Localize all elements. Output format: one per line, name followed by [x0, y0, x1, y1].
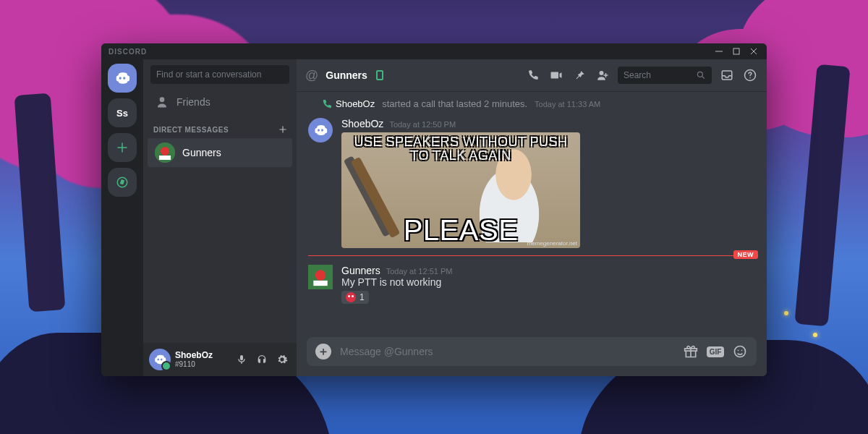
message-avatar[interactable]: [308, 265, 333, 289]
dm-item-label: Gunners: [182, 147, 221, 158]
message-text: My PTT is not working: [341, 276, 755, 288]
emoji-picker-button[interactable]: [732, 344, 748, 359]
message-avatar[interactable]: [308, 118, 333, 142]
dm-header-label: DIRECT MESSAGES: [153, 126, 229, 134]
start-voice-call-button[interactable]: [525, 67, 541, 83]
dm-item-gunners[interactable]: Gunners: [148, 138, 292, 167]
window-close-button[interactable]: [745, 45, 762, 58]
meme-bottom-text: PLEASE: [404, 215, 519, 245]
mute-mic-button[interactable]: [233, 351, 250, 368]
composer-placeholder: Message @Gunners: [340, 346, 433, 357]
message: ShoebOz Today at 12:50 PM USE SPEAKERS W…: [308, 115, 755, 252]
chat-area: @ Gunners Search ShoebOz: [297, 59, 767, 376]
gift-button[interactable]: [683, 344, 699, 359]
call-icon: [321, 98, 333, 110]
new-messages-divider: NEW: [308, 255, 755, 256]
add-friends-to-dm-button[interactable]: [595, 67, 610, 83]
svg-point-5: [697, 72, 702, 77]
server-ss-label: Ss: [116, 108, 128, 119]
search-input[interactable]: Search: [618, 67, 712, 84]
deafen-button[interactable]: [253, 351, 271, 368]
channel-name: Gunners: [326, 69, 367, 81]
dm-sidebar: Find or start a conversation Friends DIR…: [143, 59, 297, 376]
friends-label: Friends: [176, 96, 210, 108]
message-timestamp: Today at 12:50 PM: [389, 120, 456, 129]
add-server-button[interactable]: [108, 133, 137, 162]
system-time: Today at 11:33 AM: [535, 100, 600, 109]
message-author[interactable]: ShoebOz: [341, 118, 383, 129]
svg-rect-4: [159, 156, 171, 160]
user-panel: ShoebOz #9110: [143, 343, 297, 376]
reaction-button[interactable]: 1: [341, 291, 369, 304]
app-window: DISCORD Ss: [101, 43, 767, 376]
system-text: started a call that lasted 2 minutes.: [382, 98, 527, 109]
composer-input[interactable]: Message @Gunners: [340, 346, 674, 357]
user-meta: ShoebOz #9110: [175, 351, 213, 368]
meme-watermark: memegenerator.net: [527, 240, 577, 247]
start-video-call-button[interactable]: [548, 67, 564, 83]
at-icon: @: [305, 68, 318, 83]
svg-point-13: [738, 350, 739, 352]
dm-section-header: DIRECT MESSAGES: [143, 114, 297, 137]
create-dm-button[interactable]: [278, 124, 288, 135]
svg-point-10: [315, 270, 326, 281]
message-image-attachment[interactable]: USE SPEAKERS WITHOUT PUSH TO TALK AGAIN …: [341, 132, 580, 248]
reaction-count: 1: [359, 292, 365, 302]
chat-header: @ Gunners Search: [297, 59, 767, 91]
attach-file-button[interactable]: ＋: [315, 344, 331, 359]
user-name: ShoebOz: [175, 351, 213, 360]
server-ss[interactable]: Ss: [108, 98, 137, 127]
system-author: ShoebOz: [336, 98, 375, 109]
pinned-messages-button[interactable]: [571, 67, 587, 83]
meme-top-text: USE SPEAKERS WITHOUT PUSH TO TALK AGAIN: [346, 135, 576, 163]
gif-picker-button[interactable]: GIF: [707, 344, 723, 359]
svg-point-14: [741, 350, 743, 352]
home-button[interactable]: [108, 64, 137, 93]
system-call-message: ShoebOz started a call that lasted 2 min…: [308, 95, 755, 115]
window-minimize-button[interactable]: [710, 45, 728, 58]
app-title: DISCORD: [109, 48, 147, 56]
gif-label: GIF: [707, 346, 725, 357]
window-maximize-button[interactable]: [728, 45, 745, 58]
svg-point-3: [161, 147, 169, 156]
search-icon: [696, 70, 706, 80]
user-avatar[interactable]: [149, 349, 171, 370]
inbox-button[interactable]: [719, 67, 735, 83]
dm-avatar: [155, 142, 175, 163]
mobile-indicator-icon: [376, 70, 383, 80]
message-timestamp: Today at 12:51 PM: [386, 267, 453, 276]
message-author[interactable]: Gunners: [341, 265, 380, 276]
user-discriminator: #9110: [175, 360, 213, 368]
svg-rect-0: [733, 48, 739, 54]
message-list[interactable]: ShoebOz started a call that lasted 2 min…: [297, 91, 767, 331]
friends-tab[interactable]: Friends: [148, 90, 292, 114]
help-button[interactable]: [742, 67, 758, 83]
svg-point-12: [735, 346, 746, 357]
user-settings-button[interactable]: [273, 351, 291, 368]
quick-switcher[interactable]: Find or start a conversation: [150, 65, 289, 84]
svg-rect-11: [313, 281, 327, 286]
message-composer: ＋ Message @Gunners GIF: [307, 337, 757, 366]
svg-point-8: [749, 77, 751, 79]
rage-emoji-icon: [346, 292, 356, 302]
message: Gunners Today at 12:51 PM My PTT is not …: [308, 262, 755, 309]
titlebar: DISCORD: [101, 43, 767, 59]
search-placeholder: Search: [624, 70, 651, 80]
explore-servers-button[interactable]: [108, 168, 137, 197]
new-badge: NEW: [733, 250, 759, 259]
server-rail: Ss: [101, 59, 143, 376]
quick-switcher-placeholder: Find or start a conversation: [156, 69, 261, 80]
